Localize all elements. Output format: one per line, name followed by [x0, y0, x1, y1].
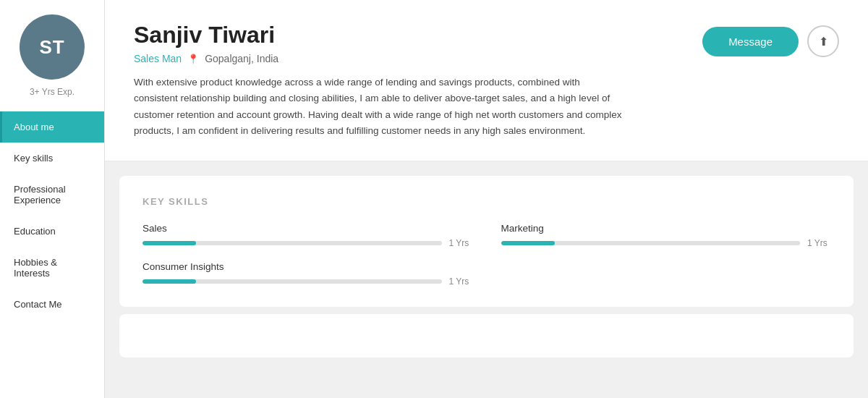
- skill-years-sales: 1 Yrs: [449, 238, 472, 248]
- skills-section-title: KEY SKILLS: [142, 196, 830, 207]
- skill-bar-fill-consumer-insights: [142, 279, 196, 284]
- next-section: [119, 314, 854, 357]
- main-content: Sanjiv Tiwari Sales Man 📍 Gopalganj, Ind…: [105, 0, 868, 398]
- share-icon: ⬆: [819, 35, 828, 48]
- sidebar-item-contact-me[interactable]: Contact Me: [0, 289, 104, 320]
- sidebar: ST 3+ Yrs Exp. About me Key skills Profe…: [0, 0, 105, 398]
- skill-bar-row-marketing: 1 Yrs: [501, 238, 831, 248]
- profile-bio: With extensive product knowledge across …: [134, 75, 626, 139]
- experience-label: 3+ Yrs Exp.: [30, 87, 75, 97]
- share-button[interactable]: ⬆: [807, 25, 839, 57]
- skill-years-consumer-insights: 1 Yrs: [449, 276, 472, 287]
- skill-bar-bg-consumer-insights: [142, 279, 442, 284]
- sidebar-item-key-skills[interactable]: Key skills: [0, 143, 104, 174]
- sidebar-item-professional-experience[interactable]: Professional Experience: [0, 174, 104, 216]
- skill-sales: Sales 1 Yrs: [142, 223, 472, 248]
- skill-bar-bg-marketing: [501, 241, 801, 245]
- skill-consumer-insights: Consumer Insights 1 Yrs: [142, 261, 472, 287]
- skill-name-consumer-insights: Consumer Insights: [142, 261, 472, 272]
- skill-years-marketing: 1 Yrs: [807, 238, 830, 248]
- skill-name-marketing: Marketing: [501, 223, 831, 234]
- skill-name-sales: Sales: [142, 223, 472, 234]
- profile-title-row: Sales Man 📍 Gopalganj, India: [134, 53, 702, 64]
- skill-bar-fill-marketing: [501, 241, 555, 245]
- profile-header: Sanjiv Tiwari Sales Man 📍 Gopalganj, Ind…: [105, 0, 868, 161]
- skill-bar-bg-sales: [142, 241, 442, 245]
- profile-name: Sanjiv Tiwari: [134, 22, 702, 48]
- skill-bar-row-consumer-insights: 1 Yrs: [142, 276, 472, 287]
- profile-actions: Message ⬆: [702, 25, 839, 57]
- skill-bar-row-sales: 1 Yrs: [142, 238, 472, 248]
- sidebar-item-hobbies-interests[interactable]: Hobbies & Interests: [0, 247, 104, 289]
- avatar: ST: [20, 14, 85, 80]
- sidebar-nav: About me Key skills Professional Experie…: [0, 111, 104, 320]
- skill-bar-fill-sales: [142, 241, 196, 245]
- profile-info: Sanjiv Tiwari Sales Man 📍 Gopalganj, Ind…: [134, 22, 702, 139]
- message-button[interactable]: Message: [702, 27, 799, 56]
- skills-grid: Sales 1 Yrs Marketing 1 Yrs: [142, 223, 830, 287]
- skills-section: KEY SKILLS Sales 1 Yrs Marketing: [119, 176, 854, 307]
- profile-location: Gopalganj, India: [205, 53, 278, 64]
- location-icon: 📍: [187, 54, 199, 64]
- skill-marketing: Marketing 1 Yrs: [501, 223, 831, 248]
- sidebar-item-education[interactable]: Education: [0, 216, 104, 247]
- profile-title: Sales Man: [134, 53, 182, 64]
- sidebar-item-about-me[interactable]: About me: [0, 111, 104, 143]
